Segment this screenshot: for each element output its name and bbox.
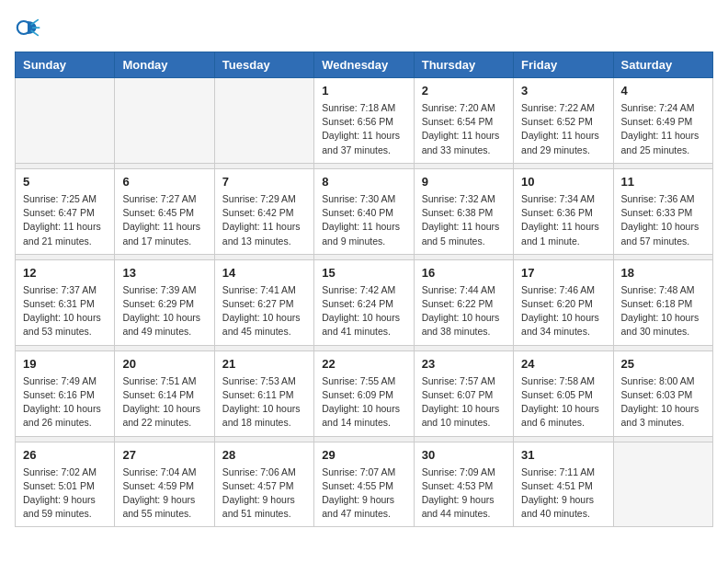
- calendar-cell: 15Sunrise: 7:42 AM Sunset: 6:24 PM Dayli…: [314, 259, 414, 345]
- day-number: 9: [422, 175, 506, 189]
- day-info: Sunrise: 7:44 AM Sunset: 6:22 PM Dayligh…: [422, 283, 506, 339]
- day-number: 14: [222, 266, 306, 280]
- day-number: 16: [422, 266, 506, 280]
- calendar-cell: 2Sunrise: 7:20 AM Sunset: 6:54 PM Daylig…: [414, 78, 513, 164]
- day-number: 1: [322, 84, 405, 98]
- day-number: 12: [23, 266, 107, 280]
- day-number: 25: [621, 357, 705, 371]
- day-number: 28: [222, 448, 306, 462]
- day-number: 7: [222, 175, 306, 189]
- calendar-cell: 20Sunrise: 7:51 AM Sunset: 6:14 PM Dayli…: [115, 350, 214, 436]
- day-info: Sunrise: 8:00 AM Sunset: 6:03 PM Dayligh…: [621, 374, 705, 431]
- weekday-header: Thursday: [414, 52, 513, 78]
- page-header: [15, 15, 713, 40]
- day-number: 21: [222, 357, 306, 371]
- calendar-cell: 31Sunrise: 7:11 AM Sunset: 4:51 PM Dayli…: [514, 442, 613, 527]
- day-info: Sunrise: 7:25 AM Sunset: 6:47 PM Dayligh…: [23, 192, 107, 248]
- calendar-header-row: SundayMondayTuesdayWednesdayThursdayFrid…: [16, 52, 713, 78]
- logo: [15, 15, 44, 40]
- day-info: Sunrise: 7:37 AM Sunset: 6:31 PM Dayligh…: [23, 283, 107, 339]
- day-number: 4: [621, 84, 705, 98]
- day-info: Sunrise: 7:22 AM Sunset: 6:52 PM Dayligh…: [521, 101, 605, 157]
- calendar-cell: 4Sunrise: 7:24 AM Sunset: 6:49 PM Daylig…: [613, 78, 712, 164]
- weekday-header: Tuesday: [214, 52, 313, 78]
- day-number: 10: [521, 175, 605, 189]
- day-info: Sunrise: 7:30 AM Sunset: 6:40 PM Dayligh…: [322, 192, 405, 248]
- day-number: 26: [23, 448, 107, 462]
- day-number: 2: [422, 84, 506, 98]
- day-number: 18: [621, 266, 705, 280]
- day-info: Sunrise: 7:06 AM Sunset: 4:57 PM Dayligh…: [222, 465, 306, 522]
- calendar-cell: 18Sunrise: 7:48 AM Sunset: 6:18 PM Dayli…: [613, 259, 712, 345]
- calendar-week-row: 19Sunrise: 7:49 AM Sunset: 6:16 PM Dayli…: [16, 350, 713, 436]
- calendar-cell: 14Sunrise: 7:41 AM Sunset: 6:27 PM Dayli…: [214, 259, 313, 345]
- weekday-header: Friday: [514, 52, 613, 78]
- calendar-week-row: 26Sunrise: 7:02 AM Sunset: 5:01 PM Dayli…: [16, 442, 713, 527]
- calendar-week-row: 5Sunrise: 7:25 AM Sunset: 6:47 PM Daylig…: [16, 168, 713, 254]
- day-number: 27: [122, 448, 206, 462]
- day-info: Sunrise: 7:49 AM Sunset: 6:16 PM Dayligh…: [23, 374, 107, 431]
- day-info: Sunrise: 7:41 AM Sunset: 6:27 PM Dayligh…: [222, 283, 306, 339]
- day-info: Sunrise: 7:20 AM Sunset: 6:54 PM Dayligh…: [422, 101, 506, 157]
- calendar-cell: 28Sunrise: 7:06 AM Sunset: 4:57 PM Dayli…: [214, 442, 313, 527]
- day-info: Sunrise: 7:57 AM Sunset: 6:07 PM Dayligh…: [422, 374, 506, 431]
- day-info: Sunrise: 7:39 AM Sunset: 6:29 PM Dayligh…: [122, 283, 206, 339]
- calendar-cell: [16, 78, 115, 164]
- calendar-cell: 22Sunrise: 7:55 AM Sunset: 6:09 PM Dayli…: [314, 350, 414, 436]
- day-number: 3: [521, 84, 605, 98]
- calendar-cell: 30Sunrise: 7:09 AM Sunset: 4:53 PM Dayli…: [414, 442, 513, 527]
- day-number: 22: [322, 357, 405, 371]
- day-info: Sunrise: 7:32 AM Sunset: 6:38 PM Dayligh…: [422, 192, 506, 248]
- calendar-cell: 13Sunrise: 7:39 AM Sunset: 6:29 PM Dayli…: [115, 259, 214, 345]
- day-number: 13: [122, 266, 206, 280]
- day-info: Sunrise: 7:55 AM Sunset: 6:09 PM Dayligh…: [322, 374, 405, 431]
- calendar-cell: 16Sunrise: 7:44 AM Sunset: 6:22 PM Dayli…: [414, 259, 513, 345]
- calendar-week-row: 12Sunrise: 7:37 AM Sunset: 6:31 PM Dayli…: [16, 259, 713, 345]
- day-info: Sunrise: 7:34 AM Sunset: 6:36 PM Dayligh…: [521, 192, 605, 248]
- calendar-cell: 24Sunrise: 7:58 AM Sunset: 6:05 PM Dayli…: [514, 350, 613, 436]
- day-info: Sunrise: 7:04 AM Sunset: 4:59 PM Dayligh…: [122, 465, 206, 522]
- day-info: Sunrise: 7:53 AM Sunset: 6:11 PM Dayligh…: [222, 374, 306, 431]
- day-info: Sunrise: 7:27 AM Sunset: 6:45 PM Dayligh…: [122, 192, 206, 248]
- day-info: Sunrise: 7:36 AM Sunset: 6:33 PM Dayligh…: [621, 192, 705, 248]
- calendar-cell: 29Sunrise: 7:07 AM Sunset: 4:55 PM Dayli…: [314, 442, 414, 527]
- day-info: Sunrise: 7:02 AM Sunset: 5:01 PM Dayligh…: [23, 465, 107, 522]
- day-info: Sunrise: 7:58 AM Sunset: 6:05 PM Dayligh…: [521, 374, 605, 431]
- calendar-cell: 12Sunrise: 7:37 AM Sunset: 6:31 PM Dayli…: [16, 259, 115, 345]
- day-number: 11: [621, 175, 705, 189]
- calendar-cell: [214, 78, 313, 164]
- calendar-cell: [115, 78, 214, 164]
- calendar-cell: 9Sunrise: 7:32 AM Sunset: 6:38 PM Daylig…: [414, 168, 513, 254]
- calendar-cell: 1Sunrise: 7:18 AM Sunset: 6:56 PM Daylig…: [314, 78, 414, 164]
- day-number: 31: [521, 448, 605, 462]
- calendar-cell: [613, 442, 712, 527]
- day-info: Sunrise: 7:11 AM Sunset: 4:51 PM Dayligh…: [521, 465, 605, 522]
- day-info: Sunrise: 7:48 AM Sunset: 6:18 PM Dayligh…: [621, 283, 705, 339]
- weekday-header: Monday: [115, 52, 214, 78]
- day-number: 17: [521, 266, 605, 280]
- day-info: Sunrise: 7:42 AM Sunset: 6:24 PM Dayligh…: [322, 283, 405, 339]
- calendar-cell: 8Sunrise: 7:30 AM Sunset: 6:40 PM Daylig…: [314, 168, 414, 254]
- day-info: Sunrise: 7:18 AM Sunset: 6:56 PM Dayligh…: [322, 101, 405, 157]
- calendar-cell: 26Sunrise: 7:02 AM Sunset: 5:01 PM Dayli…: [16, 442, 115, 527]
- calendar-cell: 21Sunrise: 7:53 AM Sunset: 6:11 PM Dayli…: [214, 350, 313, 436]
- calendar-cell: 7Sunrise: 7:29 AM Sunset: 6:42 PM Daylig…: [214, 168, 313, 254]
- calendar-week-row: 1Sunrise: 7:18 AM Sunset: 6:56 PM Daylig…: [16, 78, 713, 164]
- day-number: 30: [422, 448, 506, 462]
- day-info: Sunrise: 7:51 AM Sunset: 6:14 PM Dayligh…: [122, 374, 206, 431]
- day-info: Sunrise: 7:07 AM Sunset: 4:55 PM Dayligh…: [322, 465, 405, 522]
- logo-icon: [15, 15, 40, 40]
- calendar-cell: 3Sunrise: 7:22 AM Sunset: 6:52 PM Daylig…: [514, 78, 613, 164]
- day-number: 29: [322, 448, 405, 462]
- weekday-header: Saturday: [613, 52, 712, 78]
- calendar-cell: 6Sunrise: 7:27 AM Sunset: 6:45 PM Daylig…: [115, 168, 214, 254]
- weekday-header: Wednesday: [314, 52, 414, 78]
- calendar-cell: 5Sunrise: 7:25 AM Sunset: 6:47 PM Daylig…: [16, 168, 115, 254]
- calendar-cell: 27Sunrise: 7:04 AM Sunset: 4:59 PM Dayli…: [115, 442, 214, 527]
- day-number: 24: [521, 357, 605, 371]
- calendar-table: SundayMondayTuesdayWednesdayThursdayFrid…: [15, 52, 713, 527]
- weekday-header: Sunday: [16, 52, 115, 78]
- day-number: 20: [122, 357, 206, 371]
- day-info: Sunrise: 7:09 AM Sunset: 4:53 PM Dayligh…: [422, 465, 506, 522]
- day-info: Sunrise: 7:29 AM Sunset: 6:42 PM Dayligh…: [222, 192, 306, 248]
